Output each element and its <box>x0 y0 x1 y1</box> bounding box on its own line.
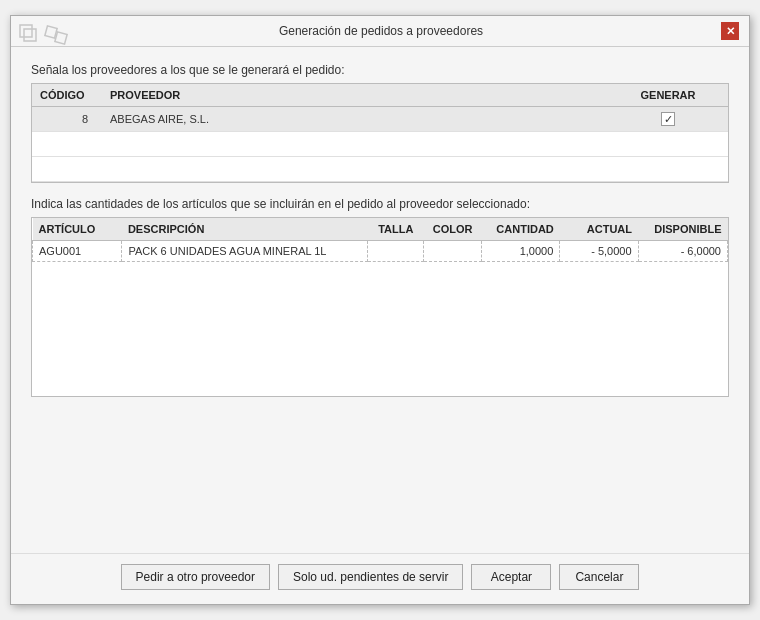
top-section-label: Señala los proveedores a los que se le g… <box>31 63 729 77</box>
col-proveedor: PROVEEDOR <box>102 84 608 107</box>
col-color-header: COLOR <box>424 218 482 241</box>
col-cantidad-header: CANTIDAD <box>482 218 560 241</box>
top-section: Señala los proveedores a los que se le g… <box>31 63 729 183</box>
cell-color <box>424 241 482 262</box>
bottom-section: Indica las cantidades de los artículos q… <box>31 197 729 537</box>
dialog-title: Generación de pedidos a proveedores <box>41 24 721 38</box>
cell-actual: - 5,0000 <box>560 241 638 262</box>
cell-codigo: 8 <box>32 107 102 132</box>
generar-checkbox[interactable]: ✓ <box>661 112 675 126</box>
top-table: CÓDIGO PROVEEDOR GENERAR 8 ABEGAS AIRE, … <box>32 84 728 182</box>
col-actual-header: ACTUAL <box>560 218 638 241</box>
col-disponible-header: DISPONIBLE <box>638 218 727 241</box>
empty-row-6 <box>33 352 728 382</box>
bottom-table: ARTÍCULO DESCRIPCIÓN TALLA COLOR CANTIDA… <box>32 218 728 382</box>
col-descripcion-header: DESCRIPCIÓN <box>122 218 368 241</box>
col-generar: GENERAR <box>608 84 728 107</box>
bottom-section-label: Indica las cantidades de los artículos q… <box>31 197 729 211</box>
col-articulo-header: ARTÍCULO <box>33 218 122 241</box>
bottom-table-container: ARTÍCULO DESCRIPCIÓN TALLA COLOR CANTIDA… <box>31 217 729 397</box>
title-bar: Generación de pedidos a proveedores ✕ <box>11 16 749 47</box>
table-row: 8 ABEGAS AIRE, S.L. ✓ <box>32 107 728 132</box>
aceptar-button[interactable]: Aceptar <box>471 564 551 590</box>
cell-proveedor: ABEGAS AIRE, S.L. <box>102 107 608 132</box>
cancelar-button[interactable]: Cancelar <box>559 564 639 590</box>
top-table-container: CÓDIGO PROVEEDOR GENERAR 8 ABEGAS AIRE, … <box>31 83 729 183</box>
col-talla-header: TALLA <box>368 218 424 241</box>
bottom-table-header: ARTÍCULO DESCRIPCIÓN TALLA COLOR CANTIDA… <box>33 218 728 241</box>
col-codigo: CÓDIGO <box>32 84 102 107</box>
svg-rect-1 <box>24 29 36 41</box>
empty-row-4 <box>33 292 728 322</box>
cell-disponible: - 6,0000 <box>638 241 727 262</box>
close-button[interactable]: ✕ <box>721 22 739 40</box>
dialog-footer: Pedir a otro proveedor Solo ud. pendient… <box>11 553 749 604</box>
solo-pendientes-button[interactable]: Solo ud. pendientes de servir <box>278 564 463 590</box>
main-dialog: Generación de pedidos a proveedores ✕ Se… <box>10 15 750 605</box>
svg-rect-2 <box>45 26 57 38</box>
cell-descripcion[interactable]: PACK 6 UNIDADES AGUA MINERAL 1L <box>122 241 368 262</box>
table-row: AGU001 PACK 6 UNIDADES AGUA MINERAL 1L 1… <box>33 241 728 262</box>
cell-talla <box>368 241 424 262</box>
app-logo <box>18 23 78 66</box>
empty-row-1 <box>32 132 728 157</box>
dialog-body: Señala los proveedores a los que se le g… <box>11 47 749 553</box>
top-table-header: CÓDIGO PROVEEDOR GENERAR <box>32 84 728 107</box>
cell-articulo: AGU001 <box>33 241 122 262</box>
empty-row-5 <box>33 322 728 352</box>
svg-rect-3 <box>55 32 67 44</box>
svg-rect-0 <box>20 25 32 37</box>
cell-generar[interactable]: ✓ <box>608 107 728 132</box>
empty-row-2 <box>32 157 728 182</box>
empty-row-3 <box>33 262 728 292</box>
pedir-otro-button[interactable]: Pedir a otro proveedor <box>121 564 270 590</box>
cell-cantidad[interactable]: 1,0000 <box>482 241 560 262</box>
